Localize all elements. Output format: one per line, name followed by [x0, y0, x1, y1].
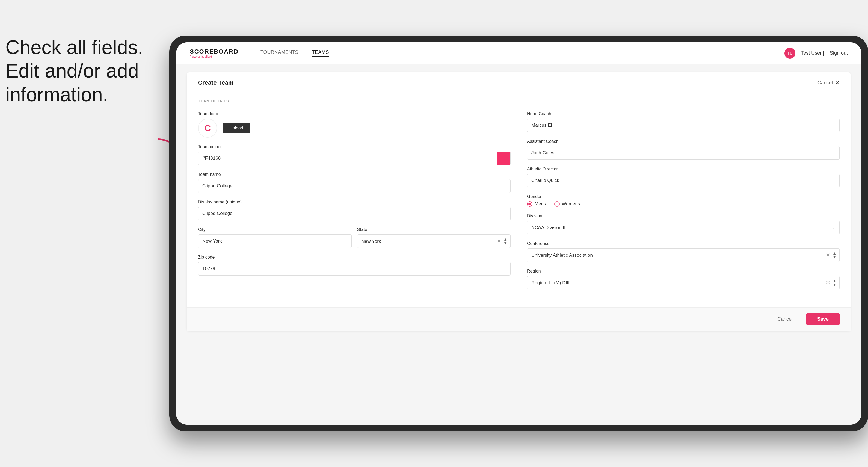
zip-code-field: Zip code [198, 255, 510, 276]
assistant-coach-field: Assistant Coach [527, 139, 840, 160]
athletic-director-label: Athletic Director [527, 166, 840, 172]
state-clear-icon[interactable]: ✕ [497, 238, 501, 244]
form-right-column: Head Coach Assistant Coach Athletic Dire… [527, 112, 840, 296]
city-state-row: City State New York ✕ [198, 227, 510, 248]
division-field: Division NCAA Division III [527, 214, 840, 234]
conference-select[interactable]: University Athletic Association [527, 248, 840, 262]
display-name-input[interactable] [198, 207, 510, 220]
state-label: State [357, 227, 511, 232]
head-coach-input[interactable] [527, 119, 840, 132]
upload-button[interactable]: Upload [222, 123, 250, 133]
head-coach-field: Head Coach [527, 112, 840, 132]
annotation-line2: Edit and/or add [5, 60, 139, 82]
conference-select-wrap: University Athletic Association ✕ ▲▼ [527, 248, 840, 262]
head-coach-label: Head Coach [527, 112, 840, 116]
colour-swatch[interactable] [497, 152, 510, 165]
gender-womens-option[interactable]: Womens [554, 201, 580, 207]
tablet-device: SCOREBOARD Powered by clippit TOURNAMENT… [169, 35, 868, 432]
cancel-label: Cancel [817, 80, 833, 86]
womens-radio-button[interactable] [554, 201, 560, 207]
create-team-form: Create Team Cancel ✕ TEAM DETAILS Team l… [187, 72, 850, 331]
cancel-button[interactable]: Cancel [769, 313, 801, 325]
mens-label: Mens [535, 201, 546, 207]
zip-label: Zip code [198, 255, 510, 260]
nav-tournaments[interactable]: TOURNAMENTS [260, 50, 299, 57]
avatar: TU [784, 48, 795, 59]
mens-radio-button[interactable] [527, 201, 532, 207]
form-footer: Cancel Save [187, 307, 850, 331]
womens-label: Womens [562, 201, 580, 207]
logo-area: C Upload [198, 119, 510, 138]
navigation: SCOREBOARD Powered by clippit TOURNAMENT… [176, 42, 862, 64]
form-left-column: Team logo C Upload Team colour [198, 112, 510, 296]
city-input[interactable] [198, 234, 352, 248]
nav-user-area: TU Test User | Sign out [784, 48, 848, 59]
athletic-director-field: Athletic Director [527, 166, 840, 187]
logo-title: SCOREBOARD [190, 48, 239, 55]
region-field: Region Region II - (M) DIII ✕ ▲▼ [527, 269, 840, 289]
app-logo: SCOREBOARD Powered by clippit [190, 48, 239, 58]
team-name-label: Team name [198, 172, 510, 177]
conference-label: Conference [527, 241, 840, 246]
state-select-wrap: New York ✕ ▲▼ [357, 234, 511, 248]
conference-clear-icon[interactable]: ✕ [826, 252, 830, 258]
annotation-line1: Check all fields. [5, 36, 143, 58]
cancel-header-button[interactable]: Cancel ✕ [817, 80, 840, 86]
region-clear-icon[interactable]: ✕ [826, 280, 830, 286]
gender-radio-group: Mens Womens [527, 201, 840, 207]
team-name-input[interactable] [198, 179, 510, 193]
division-select-wrap: NCAA Division III [527, 221, 840, 234]
city-label: City [198, 227, 352, 232]
region-select[interactable]: Region II - (M) DIII [527, 276, 840, 289]
form-body: Team logo C Upload Team colour [187, 106, 850, 307]
athletic-director-input[interactable] [527, 174, 840, 187]
region-label: Region [527, 269, 840, 274]
gender-field: Gender Mens Womens [527, 194, 840, 207]
display-name-field: Display name (unique) [198, 199, 510, 220]
assistant-coach-label: Assistant Coach [527, 139, 840, 144]
division-select[interactable]: NCAA Division III [527, 221, 840, 234]
logo-letter: C [204, 123, 211, 133]
logo-subtitle: Powered by clippit [190, 55, 239, 58]
save-button[interactable]: Save [806, 313, 840, 325]
assistant-coach-input[interactable] [527, 146, 840, 160]
team-name-field: Team name [198, 172, 510, 193]
close-icon: ✕ [835, 80, 840, 86]
team-colour-label: Team colour [198, 145, 510, 149]
color-field-wrap [198, 152, 510, 165]
signout-button[interactable]: Sign out [830, 50, 848, 56]
gender-label: Gender [527, 194, 840, 199]
city-field: City [198, 227, 352, 248]
conference-field: Conference University Athletic Associati… [527, 241, 840, 262]
team-colour-field: Team colour [198, 145, 510, 165]
nav-teams[interactable]: TEAMS [312, 50, 329, 57]
form-title: Create Team [198, 79, 234, 86]
team-logo-circle: C [198, 119, 217, 138]
user-label: Test User | [801, 50, 824, 56]
annotation-left: Check all fields. Edit and/or add inform… [5, 35, 164, 106]
annotation-line3: information. [5, 84, 108, 105]
tablet-screen: SCOREBOARD Powered by clippit TOURNAMENT… [176, 42, 862, 425]
team-logo-label: Team logo [198, 112, 510, 116]
division-label: Division [527, 214, 840, 218]
form-header: Create Team Cancel ✕ [187, 72, 850, 93]
state-field: State New York ✕ ▲▼ [357, 227, 511, 248]
zip-input[interactable] [198, 262, 510, 276]
colour-input[interactable] [198, 152, 497, 165]
nav-links: TOURNAMENTS TEAMS [260, 50, 784, 57]
section-label: TEAM DETAILS [187, 93, 850, 106]
main-content: Create Team Cancel ✕ TEAM DETAILS Team l… [176, 64, 862, 425]
display-name-label: Display name (unique) [198, 199, 510, 205]
gender-mens-option[interactable]: Mens [527, 201, 546, 207]
region-select-wrap: Region II - (M) DIII ✕ ▲▼ [527, 276, 840, 289]
state-select[interactable]: New York [357, 234, 511, 248]
team-logo-field: Team logo C Upload [198, 112, 510, 138]
